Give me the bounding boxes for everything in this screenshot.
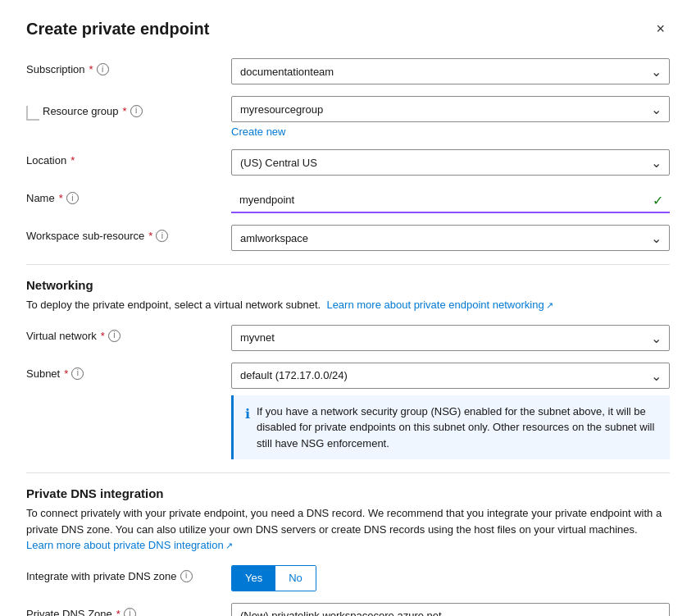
resource-group-select[interactable]: myresourcegroup — [231, 96, 670, 122]
resource-group-required: * — [123, 105, 127, 117]
close-button[interactable]: × — [651, 20, 670, 38]
create-new-link[interactable]: Create new — [231, 125, 285, 138]
dns-ext-link-icon: ↗ — [225, 539, 233, 553]
location-select[interactable]: (US) Central US — [231, 149, 670, 176]
name-required: * — [59, 192, 63, 204]
private-dns-zone-control: (New) privatelink.workspacecore.azure.ne… — [231, 603, 670, 617]
integrate-dns-control: Yes No — [231, 565, 670, 591]
subscription-select[interactable]: documentationteam — [231, 58, 670, 84]
name-input-wrapper: ✓ — [231, 187, 670, 213]
dns-learn-more-link[interactable]: Learn more about private DNS integration… — [26, 539, 233, 551]
subnet-select[interactable]: default (172.17.0.0/24) — [231, 363, 670, 389]
dns-zone-select[interactable]: (New) privatelink.workspacecore.azure.ne… — [231, 603, 670, 617]
resource-group-row: Resource group * i myresourcegroup Creat… — [26, 96, 670, 138]
location-row: Location * (US) Central US — [26, 149, 670, 176]
vnet-select-wrapper: myvnet — [231, 325, 670, 351]
networking-ext-link-icon: ↗ — [546, 299, 553, 313]
subscription-info-icon[interactable]: i — [97, 63, 109, 75]
subscription-required: * — [89, 63, 93, 75]
location-control: (US) Central US — [231, 149, 670, 176]
private-dns-section-title: Private DNS integration — [26, 486, 670, 500]
subnet-required: * — [64, 367, 68, 380]
name-control: ✓ — [231, 187, 670, 213]
name-info-icon[interactable]: i — [66, 192, 79, 204]
name-input[interactable] — [231, 187, 670, 213]
networking-section-desc: To deploy the private endpoint, select a… — [26, 297, 670, 313]
info-box-icon: ℹ — [245, 404, 250, 424]
workspace-sub-resource-control: amlworkspace — [231, 225, 670, 251]
networking-learn-more-link[interactable]: Learn more about private endpoint networ… — [326, 299, 553, 311]
name-label: Name * i — [26, 187, 231, 204]
resource-group-info-icon[interactable]: i — [130, 105, 143, 117]
create-private-endpoint-dialog: Create private endpoint × Subscription *… — [0, 0, 696, 616]
subscription-select-wrapper: documentationteam — [231, 58, 670, 84]
workspace-sub-resource-label: Workspace sub-resource * i — [26, 225, 231, 242]
resource-group-label-col: Resource group * i — [26, 96, 231, 121]
resource-group-select-wrapper: myresourcegroup — [231, 96, 670, 122]
workspace-select[interactable]: amlworkspace — [231, 225, 670, 251]
integrate-dns-row: Integrate with private DNS zone i Yes No — [26, 565, 670, 591]
divider-1 — [26, 264, 670, 265]
toggle-no-button[interactable]: No — [275, 566, 316, 591]
vnet-info-icon[interactable]: i — [108, 330, 121, 342]
subscription-row: Subscription * i documentationteam — [26, 58, 670, 84]
dialog-title: Create private endpoint — [26, 20, 209, 39]
workspace-info-icon[interactable]: i — [156, 230, 168, 242]
subnet-info-icon[interactable]: i — [71, 367, 84, 380]
subnet-select-wrapper: default (172.17.0.0/24) — [231, 363, 670, 389]
name-check-icon: ✓ — [653, 193, 663, 208]
subnet-row: Subnet * i default (172.17.0.0/24) ℹ If … — [26, 363, 670, 460]
dns-zone-select-wrapper: (New) privatelink.workspacecore.azure.ne… — [231, 603, 670, 617]
nsg-info-box: ℹ If you have a network security group (… — [231, 395, 670, 460]
workspace-required: * — [148, 230, 152, 242]
location-select-wrapper: (US) Central US — [231, 149, 670, 176]
subscription-control: documentationteam — [231, 58, 670, 84]
workspace-sub-resource-row: Workspace sub-resource * i amlworkspace — [26, 225, 670, 251]
vnet-required: * — [101, 330, 105, 342]
networking-section-title: Networking — [26, 278, 670, 292]
subnet-label: Subnet * i — [26, 363, 231, 380]
vnet-select[interactable]: myvnet — [231, 325, 670, 351]
indent-line — [26, 106, 39, 121]
dns-zone-info-icon[interactable]: i — [124, 608, 136, 617]
private-dns-zone-label: Private DNS Zone * i — [26, 603, 231, 617]
toggle-yes-button[interactable]: Yes — [232, 566, 275, 591]
dns-toggle-group: Yes No — [231, 565, 316, 591]
integrate-dns-label: Integrate with private DNS zone i — [26, 565, 231, 582]
virtual-network-row: Virtual network * i myvnet — [26, 325, 670, 351]
name-row: Name * i ✓ — [26, 187, 670, 213]
virtual-network-label: Virtual network * i — [26, 325, 231, 342]
dns-zone-required: * — [116, 608, 121, 617]
integrate-dns-info-icon[interactable]: i — [180, 570, 193, 582]
location-label: Location * — [26, 149, 231, 167]
private-dns-zone-row: Private DNS Zone * i (New) privatelink.w… — [26, 603, 670, 617]
subscription-label: Subscription * i — [26, 58, 231, 75]
resource-group-control: myresourcegroup Create new — [231, 96, 670, 138]
dialog-header: Create private endpoint × — [26, 20, 670, 39]
location-required: * — [71, 154, 75, 167]
workspace-select-wrapper: amlworkspace — [231, 225, 670, 251]
subnet-control: default (172.17.0.0/24) ℹ If you have a … — [231, 363, 670, 460]
divider-2 — [26, 472, 670, 473]
virtual-network-control: myvnet — [231, 325, 670, 351]
private-dns-section-desc: To connect privately with your private e… — [26, 505, 670, 554]
